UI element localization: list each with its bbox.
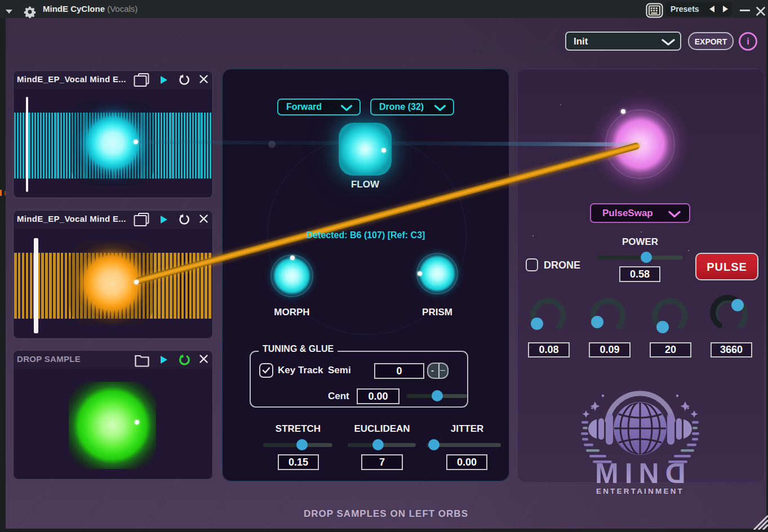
svg-text:ENTERTAINMENT: ENTERTAINMENT [596, 487, 684, 495]
svg-text:I: I [625, 458, 633, 489]
svg-text:M: M [595, 458, 619, 489]
svg-text:N: N [639, 458, 659, 489]
svg-text:D: D [665, 458, 686, 489]
